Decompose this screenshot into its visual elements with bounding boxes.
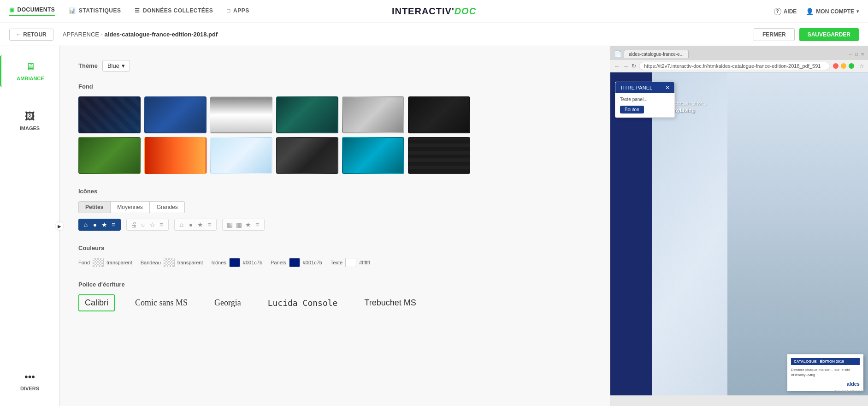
sidebar-item-images[interactable]: 🖼 IMAGES xyxy=(0,105,59,137)
icon-set-1[interactable]: ⌂ ● ★ ≡ xyxy=(78,219,121,231)
monitor-icon: 🖥 xyxy=(25,61,35,73)
maximize-button[interactable]: □ xyxy=(855,52,858,57)
sidebar-item-divers[interactable]: ••• DIVERS xyxy=(0,365,59,397)
bg-dark-texture[interactable] xyxy=(276,137,338,174)
chevron-icon: ▾ xyxy=(122,62,125,69)
nav-documents[interactable]: ▣ DOCUMENTS xyxy=(9,6,55,16)
main-layout: ▶ 🖥 AMBIANCE 🖼 IMAGES ••• DIVERS Thème B… xyxy=(0,46,868,406)
photo-area: CATALOGUE - ÉDITION 2018 Derrière chaque… xyxy=(727,72,868,395)
bg-dark-geo[interactable] xyxy=(78,96,141,133)
fond-section: Fond xyxy=(78,83,591,174)
font-comic[interactable]: Comic sans MS xyxy=(129,294,194,311)
preview-content: TITRE PANEL ✕ Texte panel... Bouton CATA… xyxy=(610,72,868,395)
font-georgia[interactable]: Georgia xyxy=(208,294,248,311)
font-calibri[interactable]: Calibri xyxy=(78,294,115,311)
forward-nav-icon[interactable]: → xyxy=(623,63,629,70)
nav-statistiques[interactable]: 📊 STATISTIQUES xyxy=(69,7,121,16)
theme-row: Thème Blue ▾ xyxy=(78,60,591,72)
color-panels: Panels #001c7b xyxy=(271,258,322,267)
sidebar-collapse-button[interactable]: ▶ xyxy=(55,221,64,231)
divers-icon: ••• xyxy=(24,371,35,383)
panels-color-swatch[interactable] xyxy=(289,258,300,267)
close-button[interactable]: FERMER xyxy=(754,28,795,41)
circle-icon: ● xyxy=(91,221,99,228)
tab-grandes[interactable]: Grandes xyxy=(150,201,185,213)
bg-gray-gradient[interactable] xyxy=(210,96,272,133)
icon-set-4[interactable]: ▦ ▥ ★ ≡ xyxy=(222,219,265,231)
traffic-yellow xyxy=(841,63,846,69)
circle2-icon: ○ xyxy=(139,221,147,228)
nav-donnees[interactable]: ☰ DONNÉES COLLECTÉES xyxy=(135,7,213,16)
chevron-down-icon: ▾ xyxy=(856,9,859,14)
color-icones: Icônes #001c7b xyxy=(211,258,262,267)
content-area: Thème Blue ▾ Fond xyxy=(60,46,610,406)
menu-icon: ≡ xyxy=(109,221,118,228)
preview-photo-bg: CATALOGUE - ÉDITION 2018 Derrière chaque… xyxy=(652,72,868,395)
refresh-icon[interactable]: ↻ xyxy=(632,63,636,69)
color-fond: Fond transparent xyxy=(78,258,132,267)
couleurs-section: Couleurs Fond transparent Bandeau transp… xyxy=(78,245,591,267)
bookmark-icon[interactable]: ☆ xyxy=(859,63,864,69)
save-button[interactable]: SAUVEGARDER xyxy=(799,28,859,41)
back-button[interactable]: ← RETOUR xyxy=(9,29,53,41)
bg-teal-sparkle[interactable] xyxy=(342,137,404,174)
account-icon: 👤 xyxy=(806,8,814,15)
police-section: Police d'écriture Calibri Comic sans MS … xyxy=(78,281,591,311)
icones-label: Icônes xyxy=(78,188,591,195)
browser-tab[interactable]: aldes-catalogue-france-e... xyxy=(624,50,689,58)
theme-select[interactable]: Blue ▾ xyxy=(102,60,130,72)
bg-black-texture[interactable] xyxy=(408,96,470,133)
back-nav-icon[interactable]: ← xyxy=(614,63,620,70)
texte-color-swatch[interactable] xyxy=(345,258,356,267)
panel-text: Texte panel... xyxy=(620,97,670,102)
bg-gray-diamond[interactable] xyxy=(342,96,404,133)
icones-section: Icônes Petites Moyennes Grandes ⌂ ● ★ ≡ … xyxy=(78,188,591,231)
bandeau-color-swatch[interactable] xyxy=(164,258,175,267)
panel-popup-body: Texte panel... Bouton xyxy=(615,93,674,117)
icon-set-3[interactable]: ⌂ ● ★ ≡ xyxy=(174,219,217,231)
bg-green-nature[interactable] xyxy=(78,137,141,174)
panel-popup-header: TITRE PANEL ✕ xyxy=(615,82,674,93)
traffic-green xyxy=(849,63,854,69)
icon-sets: ⌂ ● ★ ≡ 🖨 ○ ☆ ≡ ⌂ ● ★ ≡ xyxy=(78,219,591,231)
icon-set-2[interactable]: 🖨 ○ ☆ ≡ xyxy=(126,219,169,231)
grid2-icon: ▥ xyxy=(235,221,243,228)
theme-label: Thème xyxy=(78,62,98,69)
panel-close-button[interactable]: ✕ xyxy=(665,84,670,91)
preview-sidebar-strip xyxy=(610,72,652,395)
menu4-icon: ≡ xyxy=(253,221,261,228)
bg-light-blue[interactable] xyxy=(210,137,272,174)
panel-button[interactable]: Bouton xyxy=(620,106,644,113)
font-trebuchet[interactable]: Trebuchet MS xyxy=(358,294,422,311)
menu3-icon: ≡ xyxy=(205,221,213,228)
tab-moyennes[interactable]: Moyennes xyxy=(110,201,149,213)
catalogue-title-bar: CATALOGUE - ÉDITION 2018 xyxy=(791,358,860,365)
url-bar[interactable]: https://it2v7.interactiv-doc.fr/html/ald… xyxy=(639,62,830,70)
traffic-red xyxy=(833,63,838,69)
fond-color-swatch[interactable] xyxy=(93,258,104,267)
aide-button[interactable]: ? AIDE xyxy=(774,8,797,15)
couleurs-label: Couleurs xyxy=(78,245,591,251)
header-actions: FERMER SAUVEGARDER xyxy=(754,28,859,41)
panel-title: TITRE PANEL xyxy=(620,85,652,90)
app-logo: INTERACTIV'DOC xyxy=(392,6,476,17)
minimize-button[interactable]: ─ xyxy=(849,52,852,57)
bg-red-orange[interactable] xyxy=(144,137,207,174)
tab-petites[interactable]: Petites xyxy=(78,201,110,213)
window-close-button[interactable]: ✕ xyxy=(861,52,864,57)
bg-blue-bubbles[interactable] xyxy=(144,96,207,133)
mon-compte-button[interactable]: 👤 MON COMPTE ▾ xyxy=(806,8,859,15)
color-bandeau: Bandeau transparent xyxy=(141,258,203,267)
nav-apps[interactable]: □ APPS xyxy=(227,7,249,16)
print-icon: 🖨 xyxy=(130,221,138,228)
font-lucida[interactable]: Lucida Console xyxy=(261,294,344,311)
aide-icon: ? xyxy=(774,8,781,15)
donnees-icon: ☰ xyxy=(135,7,140,14)
top-nav: ▣ DOCUMENTS 📊 STATISTIQUES ☰ DONNÉES COL… xyxy=(0,0,868,23)
icones-color-swatch[interactable] xyxy=(229,258,240,267)
bg-black-pattern[interactable] xyxy=(408,137,470,174)
bg-dark-teal[interactable] xyxy=(276,96,338,133)
sidebar-item-ambiance[interactable]: 🖥 AMBIANCE xyxy=(0,55,59,87)
watermark: INTERACTIV'DOC xyxy=(833,389,864,393)
statistiques-icon: 📊 xyxy=(69,7,76,14)
